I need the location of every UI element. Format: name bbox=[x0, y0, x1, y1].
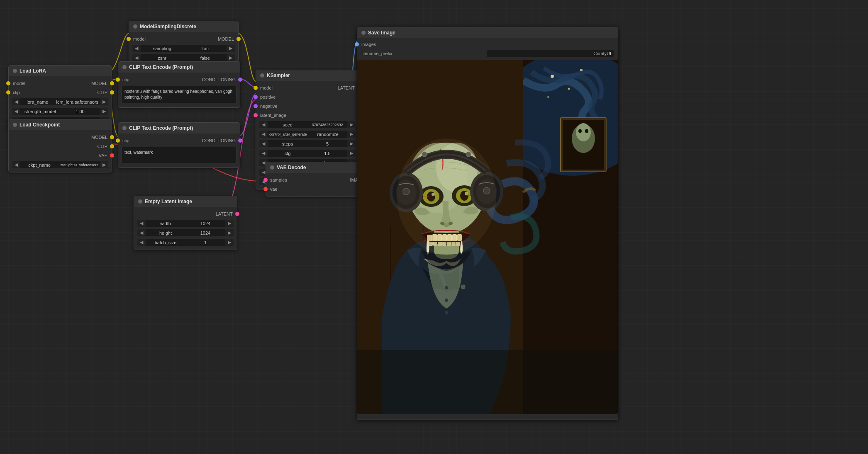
stepper-left-eli-height[interactable]: ◀ bbox=[137, 229, 146, 236]
port-ckpt-vae-out[interactable] bbox=[110, 153, 114, 158]
textarea-prompt1[interactable]: nosferatu with fangs bared wearing headp… bbox=[122, 86, 237, 103]
stepper-row-ks-cfg: ◀ cfg 1.8 ▶ bbox=[256, 148, 359, 158]
port-ks-latent-in[interactable] bbox=[254, 113, 258, 117]
port-row-vae-vae: vae bbox=[266, 185, 369, 194]
label-eli-latent: LATENT bbox=[138, 211, 233, 216]
node-body-eli: LATENT ◀ width 1024 ▶ ◀ height 1024 ▶ ◀ … bbox=[134, 207, 237, 250]
stepper-row-ckpt-name: ◀ ckpt_name starlightXL.safetensors ▶ bbox=[9, 160, 112, 170]
stepper-right-eli-width[interactable]: ▶ bbox=[225, 220, 234, 227]
port-row-ks-model: model LATENT bbox=[256, 83, 359, 92]
model-sampling-discrete-node: ModelSamplingDiscrete model MODEL ◀ samp… bbox=[129, 21, 239, 66]
port-vae-vae-in[interactable] bbox=[263, 187, 268, 191]
save-image-node: Save Image images filename_prefix bbox=[357, 27, 618, 420]
port-clip-in1[interactable] bbox=[116, 78, 120, 82]
stepper-eli-batch[interactable]: ◀ batch_size 1 ▶ bbox=[137, 239, 234, 246]
port-vae-samples-in[interactable] bbox=[263, 178, 268, 182]
label-ckpt-clip: CLIP bbox=[13, 144, 107, 149]
value-strength-model: 1.00 bbox=[60, 108, 100, 115]
svg-point-18 bbox=[445, 286, 448, 289]
port-clip-in2[interactable] bbox=[116, 138, 120, 143]
node-dot-save bbox=[361, 31, 366, 35]
stepper-ks-cag[interactable]: ◀ control_after_generate randomize ▶ bbox=[259, 131, 356, 138]
stepper-left-ks-cfg[interactable]: ◀ bbox=[259, 150, 268, 157]
stepper-right-eli-batch[interactable]: ▶ bbox=[225, 239, 234, 246]
port-conditioning-out2[interactable] bbox=[238, 138, 242, 143]
label-lora-clip-out: CLIP bbox=[98, 90, 107, 95]
value-eli-height: 1024 bbox=[185, 230, 225, 236]
label-ks-cfg: cfg bbox=[268, 150, 307, 157]
port-save-images-in[interactable] bbox=[355, 42, 359, 46]
stepper-ckpt-name[interactable]: ◀ ckpt_name starlightXL.safetensors ▶ bbox=[12, 161, 108, 168]
node-title-lora: Load LoRA bbox=[20, 68, 46, 74]
stepper-ks-steps[interactable]: ◀ steps 5 ▶ bbox=[259, 140, 356, 147]
port-lora-model-out[interactable] bbox=[110, 81, 114, 85]
stepper-right-eli-height[interactable]: ▶ bbox=[225, 229, 234, 236]
stepper-right-ckpt[interactable]: ▶ bbox=[100, 161, 108, 168]
stepper-right-ks-steps[interactable]: ▶ bbox=[347, 140, 356, 147]
port-eli-latent-out[interactable] bbox=[235, 212, 239, 216]
label-ks-steps: steps bbox=[268, 141, 307, 147]
stepper-strength-model[interactable]: ◀ strength_model 1.00 ▶ bbox=[12, 108, 108, 115]
input-save-prefix[interactable] bbox=[487, 50, 614, 57]
stepper-left-eli-batch[interactable]: ◀ bbox=[137, 239, 146, 246]
save-image-body: images filename_prefix bbox=[357, 38, 618, 60]
node-header-lora: Load LoRA bbox=[9, 66, 112, 76]
port-lora-model-in[interactable] bbox=[6, 81, 10, 85]
svg-point-15 bbox=[585, 129, 588, 133]
value-ckpt-name: starlightXL.safetensors bbox=[59, 162, 100, 168]
stepper-left-strength-model[interactable]: ◀ bbox=[12, 108, 20, 115]
port-row-ks-latent: latent_image bbox=[256, 111, 359, 120]
port-ks-negative-in[interactable] bbox=[254, 104, 258, 108]
stepper-left-ks-seed[interactable]: ◀ bbox=[259, 121, 268, 128]
stepper-right-strength-model[interactable]: ▶ bbox=[100, 108, 108, 115]
stepper-eli-width[interactable]: ◀ width 1024 ▶ bbox=[137, 220, 234, 227]
port-row-ckpt-model: MODEL bbox=[9, 133, 112, 142]
port-row-ckpt-vae: VAE bbox=[9, 151, 112, 160]
stepper-right-sampling[interactable]: ▶ bbox=[227, 45, 235, 52]
port-model-in[interactable] bbox=[127, 37, 131, 41]
label-vae-samples: samples bbox=[270, 177, 350, 182]
value-ks-seed: 370743625202592 bbox=[307, 122, 347, 128]
port-ks-model-in[interactable] bbox=[254, 86, 258, 90]
port-ckpt-clip-out[interactable] bbox=[110, 144, 114, 148]
stepper-left-ks-cag[interactable]: ◀ bbox=[259, 131, 268, 138]
stepper-right-zsnr[interactable]: ▶ bbox=[227, 54, 235, 61]
port-row-vae-samples: samples IMAGE bbox=[266, 175, 369, 185]
stepper-right-lora-name[interactable]: ▶ bbox=[100, 98, 108, 105]
stepper-left-sampling[interactable]: ◀ bbox=[132, 45, 141, 52]
stepper-left-eli-width[interactable]: ◀ bbox=[137, 220, 146, 227]
label-eli-height: height bbox=[146, 230, 185, 236]
value-sampling: lcm bbox=[184, 45, 227, 52]
label-ks-cag: control_after_generate bbox=[268, 131, 309, 137]
stepper-zsnr[interactable]: ◀ zsnr false ▶ bbox=[132, 54, 235, 61]
stepper-sampling[interactable]: ◀ sampling lcm ▶ bbox=[132, 45, 235, 52]
stepper-ks-seed[interactable]: ◀ seed 370743625202592 ▶ bbox=[259, 121, 356, 128]
label-save-prefix: filename_prefix bbox=[361, 51, 483, 56]
label-lora-model-out: MODEL bbox=[91, 81, 107, 86]
node-dot-cte2 bbox=[122, 126, 127, 130]
stepper-left-ks-steps[interactable]: ◀ bbox=[259, 140, 268, 147]
stepper-row-lora-name: ◀ lora_name lcm_lora.safetensors ▶ bbox=[9, 97, 112, 107]
stepper-eli-height[interactable]: ◀ height 1024 ▶ bbox=[137, 229, 234, 236]
stepper-left-lora-name[interactable]: ◀ bbox=[12, 98, 20, 105]
label-conditioning1: CONDITIONING bbox=[202, 77, 236, 82]
port-ks-positive-in[interactable] bbox=[254, 95, 258, 99]
port-lora-clip-in[interactable] bbox=[6, 90, 10, 95]
stepper-lora-name[interactable]: ◀ lora_name lcm_lora.safetensors ▶ bbox=[12, 98, 108, 105]
textarea-prompt2[interactable]: text, watermark bbox=[122, 147, 237, 163]
stepper-right-ks-cfg[interactable]: ▶ bbox=[347, 150, 356, 157]
stepper-right-ks-cag[interactable]: ▶ bbox=[347, 131, 356, 138]
stepper-left-zsnr[interactable]: ◀ bbox=[132, 54, 141, 61]
port-conditioning-out1[interactable] bbox=[238, 78, 242, 82]
nosferatu-painting bbox=[357, 60, 618, 414]
label-clip1: clip bbox=[122, 77, 202, 82]
stepper-right-ks-seed[interactable]: ▶ bbox=[347, 121, 356, 128]
stepper-ks-cfg[interactable]: ◀ cfg 1.8 ▶ bbox=[259, 150, 356, 157]
port-model-out[interactable] bbox=[237, 37, 241, 41]
port-lora-clip-out[interactable] bbox=[110, 90, 114, 95]
stepper-row-sampling: ◀ sampling lcm ▶ bbox=[129, 44, 238, 53]
port-row-clip1: clip CONDITIONING bbox=[118, 75, 240, 84]
stepper-left-ckpt[interactable]: ◀ bbox=[12, 161, 20, 168]
port-ckpt-model-out[interactable] bbox=[110, 135, 114, 139]
value-eli-width: 1024 bbox=[185, 220, 225, 227]
